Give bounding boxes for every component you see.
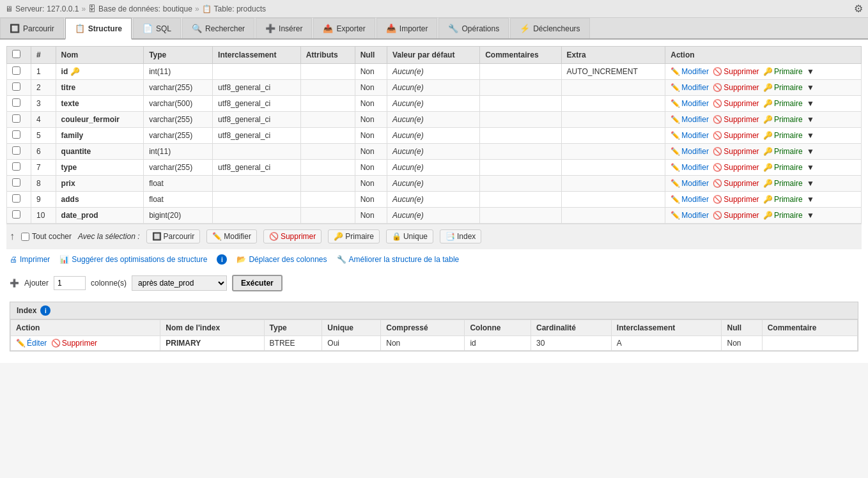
- toolbar-supprimer-btn[interactable]: 🚫 Supprimer: [263, 229, 322, 243]
- row-extra: [561, 112, 665, 128]
- row-interclassement: [213, 144, 301, 160]
- row-supprimer-link[interactable]: 🚫 Supprimer: [713, 195, 759, 204]
- row-primaire-link[interactable]: 🔑 Primaire: [763, 211, 803, 220]
- row-modifier-link[interactable]: ✏️ Modifier: [670, 179, 709, 188]
- row-select-checkbox[interactable]: [12, 178, 20, 187]
- info-icon[interactable]: i: [217, 254, 227, 265]
- index-delete-link[interactable]: 🚫 Supprimer: [51, 339, 97, 348]
- tab-rechercher[interactable]: 🔍 Rechercher: [182, 18, 254, 38]
- row-primaire-link[interactable]: 🔑 Primaire: [763, 163, 803, 172]
- row-modifier-link[interactable]: ✏️ Modifier: [670, 67, 709, 76]
- row-modifier-link[interactable]: ✏️ Modifier: [670, 211, 709, 220]
- row-supprimer-link[interactable]: 🚫 Supprimer: [713, 67, 759, 76]
- row-supprimer-link[interactable]: 🚫 Supprimer: [713, 163, 759, 172]
- imprimer-link[interactable]: 🖨 Imprimer: [10, 255, 50, 264]
- row-type: bigint(20): [144, 208, 213, 224]
- dropdown-icon[interactable]: ▼: [807, 195, 814, 204]
- table-row: 8 prix float Non Aucun(e) ✏️ Modifier 🚫 …: [7, 176, 862, 192]
- tab-structure[interactable]: 📋 Structure: [65, 18, 132, 40]
- row-supprimer-link[interactable]: 🚫 Supprimer: [713, 115, 759, 124]
- executer-button[interactable]: Exécuter: [232, 275, 283, 291]
- row-primaire-link[interactable]: 🔑 Primaire: [763, 147, 803, 156]
- dropdown-icon[interactable]: ▼: [807, 163, 814, 172]
- toolbar-index-btn[interactable]: 📑 Index: [440, 229, 481, 243]
- row-modifier-link[interactable]: ✏️ Modifier: [670, 99, 709, 108]
- index-edit-link[interactable]: ✏️ Éditer: [16, 339, 47, 348]
- row-supprimer-link[interactable]: 🚫 Supprimer: [713, 211, 759, 220]
- index-col-cardinalite: Cardinalité: [531, 320, 611, 336]
- row-select-checkbox[interactable]: [12, 82, 20, 91]
- row-primaire-link[interactable]: 🔑 Primaire: [763, 83, 803, 92]
- row-select-checkbox[interactable]: [12, 210, 20, 219]
- row-select-checkbox[interactable]: [12, 146, 20, 155]
- ameliorer-link[interactable]: 🔧 Améliorer la structure de la table: [337, 255, 460, 264]
- dropdown-icon[interactable]: ▼: [807, 83, 814, 92]
- tab-sql[interactable]: 📄 SQL: [133, 18, 181, 38]
- dropdown-icon[interactable]: ▼: [807, 131, 814, 140]
- row-modifier-link[interactable]: ✏️ Modifier: [670, 131, 709, 140]
- suggerer-link[interactable]: 📊 Suggérer des optimisations de structur…: [59, 255, 207, 264]
- row-modifier-link[interactable]: ✏️ Modifier: [670, 115, 709, 124]
- row-actions: ✏️ Modifier 🚫 Supprimer 🔑 Primaire ▼: [665, 64, 862, 80]
- row-primaire-link[interactable]: 🔑 Primaire: [763, 115, 803, 124]
- row-select-checkbox[interactable]: [12, 66, 20, 75]
- dropdown-icon[interactable]: ▼: [807, 99, 814, 108]
- row-supprimer-link[interactable]: 🚫 Supprimer: [713, 99, 759, 108]
- scroll-up-icon[interactable]: ↑: [10, 231, 15, 242]
- row-valeur-defaut: Aucun(e): [387, 192, 480, 208]
- tab-operations[interactable]: 🔧 Opérations: [438, 18, 509, 38]
- row-supprimer-link[interactable]: 🚫 Supprimer: [713, 147, 759, 156]
- dropdown-icon[interactable]: ▼: [807, 115, 814, 124]
- row-num: 8: [31, 176, 56, 192]
- tab-exporter[interactable]: 📤 Exporter: [313, 18, 375, 38]
- row-null: Non: [355, 128, 387, 144]
- select-all-checkbox[interactable]: [12, 50, 20, 58]
- row-supprimer-link[interactable]: 🚫 Supprimer: [713, 179, 759, 188]
- row-primaire-link[interactable]: 🔑 Primaire: [763, 67, 803, 76]
- tab-declencheurs[interactable]: ⚡ Déclencheurs: [510, 18, 589, 38]
- toolbar-unique-btn[interactable]: 🔒 Unique: [386, 229, 433, 243]
- row-supprimer-link[interactable]: 🚫 Supprimer: [713, 131, 759, 140]
- check-all-checkbox[interactable]: [21, 233, 29, 241]
- dropdown-icon[interactable]: ▼: [807, 67, 814, 76]
- col-header-attributs: Attributs: [300, 47, 355, 64]
- dropdown-icon[interactable]: ▼: [807, 179, 814, 188]
- row-select-checkbox[interactable]: [12, 194, 20, 203]
- deplacer-link[interactable]: 📂 Déplacer des colonnes: [236, 255, 327, 264]
- position-select[interactable]: après date_prod en début de table après …: [132, 275, 227, 291]
- row-valeur-defaut: Aucun(e): [387, 176, 480, 192]
- row-primaire-link[interactable]: 🔑 Primaire: [763, 179, 803, 188]
- row-select-checkbox[interactable]: [12, 162, 20, 171]
- tab-importer[interactable]: 📥 Importer: [376, 18, 438, 38]
- index-info-icon[interactable]: i: [40, 305, 50, 316]
- toolbar-modifier-btn[interactable]: ✏️ Modifier: [206, 229, 257, 243]
- row-null: Non: [355, 160, 387, 176]
- dropdown-icon[interactable]: ▼: [807, 211, 814, 220]
- row-select-checkbox[interactable]: [12, 98, 20, 107]
- dropdown-icon[interactable]: ▼: [807, 147, 814, 156]
- row-modifier-link[interactable]: ✏️ Modifier: [670, 83, 709, 92]
- table-row: 6 quantite int(11) Non Aucun(e) ✏️ Modif…: [7, 144, 862, 160]
- row-modifier-link[interactable]: ✏️ Modifier: [670, 195, 709, 204]
- row-select-checkbox[interactable]: [12, 114, 20, 123]
- row-supprimer-link[interactable]: 🚫 Supprimer: [713, 83, 759, 92]
- index-col-commentaire: Commentaire: [762, 320, 857, 336]
- column-count-input[interactable]: [54, 276, 86, 290]
- row-modifier-link[interactable]: ✏️ Modifier: [670, 163, 709, 172]
- row-actions: ✏️ Modifier 🚫 Supprimer 🔑 Primaire ▼: [665, 80, 862, 96]
- row-modifier-link[interactable]: ✏️ Modifier: [670, 147, 709, 156]
- col-header-commentaires: Commentaires: [480, 47, 561, 64]
- toolbar-primaire-btn[interactable]: 🔑 Primaire: [328, 229, 380, 243]
- row-type: varchar(255): [144, 80, 213, 96]
- row-select-checkbox[interactable]: [12, 130, 20, 139]
- tab-inserer[interactable]: ➕ Insérer: [256, 18, 312, 38]
- pencil-icon: ✏️: [670, 195, 680, 204]
- row-primaire-link[interactable]: 🔑 Primaire: [763, 99, 803, 108]
- row-checkbox: [7, 208, 31, 224]
- settings-icon[interactable]: ⚙: [854, 3, 863, 15]
- toolbar-parcourir-btn[interactable]: 🔲 Parcourir: [146, 229, 201, 243]
- row-primaire-link[interactable]: 🔑 Primaire: [763, 195, 803, 204]
- tab-parcourir[interactable]: 🔲 Parcourir: [0, 18, 64, 38]
- row-num: 4: [31, 112, 56, 128]
- row-primaire-link[interactable]: 🔑 Primaire: [763, 131, 803, 140]
